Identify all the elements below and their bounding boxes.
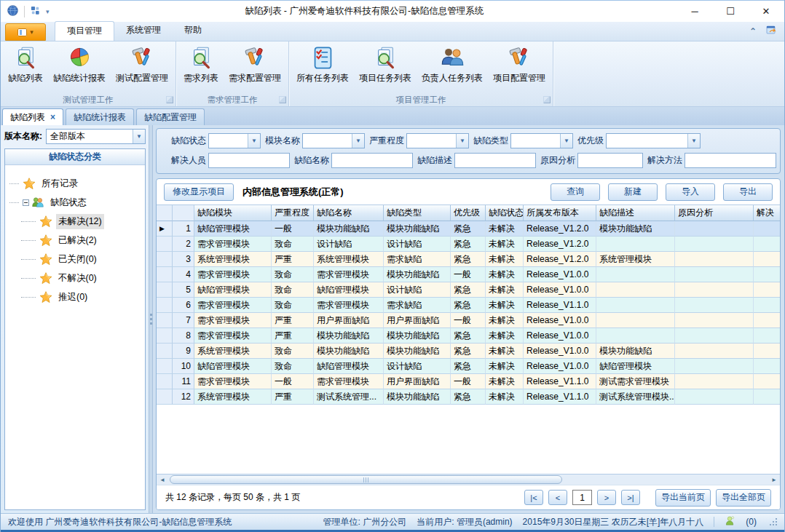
table-row[interactable]: 7需求管理模块严重用户界面缺陷用户界面缺陷一般未解决Release_V1.0.0 — [157, 313, 780, 328]
table-cell[interactable]: 紧急 — [451, 359, 486, 374]
ribbon-button[interactable]: 负责人任务列表 — [417, 44, 488, 84]
window-style-icon[interactable] — [765, 24, 777, 38]
table-cell[interactable]: 一般 — [451, 267, 486, 282]
ribbon-tab-项目管理[interactable]: 项目管理 — [55, 21, 114, 41]
filter-combo-模块名称[interactable]: ▼ — [302, 133, 365, 148]
table-cell[interactable] — [675, 282, 754, 298]
tree-item[interactable]: 缺陷状态 — [9, 193, 142, 212]
table-cell[interactable] — [754, 328, 780, 344]
scroll-left-icon[interactable]: ◄ — [157, 475, 167, 484]
minimize-button[interactable]: ─ — [679, 2, 710, 21]
ribbon-tab-系统管理[interactable]: 系统管理 — [114, 21, 173, 41]
table-cell[interactable] — [754, 344, 780, 359]
chevron-down-icon[interactable]: ▼ — [352, 134, 364, 148]
table-cell[interactable]: 一般 — [451, 374, 486, 389]
dialog-launcher-icon[interactable] — [166, 96, 173, 103]
table-cell[interactable] — [675, 313, 754, 328]
table-cell[interactable]: Release_V1.0.0 — [524, 359, 596, 374]
ribbon-button[interactable]: 缺陷统计报表 — [48, 44, 111, 84]
chevron-down-icon[interactable]: ▼ — [456, 134, 468, 148]
doc-tab-缺陷配置管理[interactable]: 缺陷配置管理 — [136, 108, 205, 125]
table-cell[interactable]: Release_V1.2.0 — [524, 252, 596, 267]
filter-input-缺陷名称[interactable] — [331, 153, 413, 168]
last-page-button[interactable]: >| — [621, 490, 640, 505]
prev-page-button[interactable]: < — [548, 490, 567, 505]
doc-tab-缺陷列表[interactable]: 缺陷列表× — [2, 108, 63, 125]
table-cell[interactable]: 未解决 — [486, 237, 524, 252]
dialog-launcher-icon[interactable] — [543, 96, 551, 103]
table-cell[interactable] — [675, 237, 754, 252]
table-cell[interactable] — [675, 344, 754, 359]
collapse-ribbon-icon[interactable]: ⌃ — [749, 28, 757, 34]
table-cell[interactable]: 模块功能缺陷 — [314, 344, 384, 359]
table-cell[interactable]: 需求管理模块 — [194, 374, 272, 389]
ribbon-button[interactable]: 缺陷列表 — [3, 44, 48, 84]
table-cell[interactable]: Release_V1.0.0 — [524, 282, 596, 298]
table-cell[interactable]: 严重 — [272, 328, 314, 344]
quick-access-icon[interactable] — [30, 5, 41, 18]
table-cell[interactable]: 模块功能缺陷 — [314, 328, 384, 344]
table-cell[interactable] — [675, 221, 754, 237]
table-cell[interactable]: 致命 — [272, 282, 314, 298]
table-cell[interactable] — [596, 267, 675, 282]
table-cell[interactable]: 缺陷管理模块 — [194, 221, 272, 237]
table-cell[interactable] — [754, 389, 780, 405]
table-row[interactable]: 3系统管理模块严重系统管理模块需求缺陷紧急未解决Release_V1.2.0系统… — [157, 252, 780, 267]
table-cell[interactable] — [596, 328, 675, 344]
table-row[interactable]: 2需求管理模块致命设计缺陷设计缺陷紧急未解决Release_V1.2.0 — [157, 237, 780, 252]
table-cell[interactable] — [675, 389, 754, 405]
scrollbar-thumb[interactable] — [170, 475, 562, 484]
tree-item[interactable]: 不解决(0) — [9, 269, 142, 287]
table-cell[interactable]: 缺陷管理模块 — [314, 359, 384, 374]
filter-combo-缺陷类型[interactable]: ▼ — [510, 133, 573, 148]
tree-item[interactable]: 所有记录 — [9, 174, 142, 193]
table-cell[interactable]: 致命 — [272, 344, 314, 359]
table-cell[interactable]: 测试需求管理模块 — [596, 374, 675, 389]
version-select[interactable]: 全部版本 ▼ — [46, 129, 146, 144]
table-cell[interactable]: Release_V1.0.0 — [524, 328, 596, 344]
table-cell[interactable]: 未解决 — [486, 298, 524, 313]
table-cell[interactable]: Release_V1.2.0 — [524, 221, 596, 237]
table-cell[interactable]: 用户界面缺陷 — [384, 313, 451, 328]
toolbar-button-查询[interactable]: 查询 — [551, 183, 600, 201]
table-cell[interactable]: 设计缺陷 — [384, 237, 451, 252]
table-cell[interactable]: 紧急 — [451, 298, 486, 313]
table-cell[interactable]: 缺陷管理模块 — [314, 282, 384, 298]
table-cell[interactable]: 未解决 — [486, 221, 524, 237]
table-cell[interactable]: 需求缺陷 — [384, 298, 451, 313]
table-cell[interactable]: 紧急 — [451, 252, 486, 267]
table-cell[interactable] — [754, 359, 780, 374]
table-cell[interactable] — [596, 282, 675, 298]
ribbon-button[interactable]: 需求列表 — [178, 44, 224, 84]
table-row[interactable]: 5缺陷管理模块致命缺陷管理模块设计缺陷紧急未解决Release_V1.0.0 — [157, 282, 780, 298]
filter-combo-严重程度[interactable]: ▼ — [406, 133, 469, 148]
tree-item[interactable]: 未解决(12) — [9, 212, 142, 231]
table-row[interactable]: 4需求管理模块致命需求管理模块模块功能缺陷一般未解决Release_V1.0.0 — [157, 267, 780, 282]
table-cell[interactable]: 需求管理模块 — [194, 298, 272, 313]
table-cell[interactable] — [675, 374, 754, 389]
table-cell[interactable]: 一般 — [272, 221, 314, 237]
table-cell[interactable]: Release_V1.1.0 — [524, 298, 596, 313]
column-header[interactable]: 缺陷状态 — [486, 205, 524, 221]
table-cell[interactable]: 严重 — [272, 252, 314, 267]
table-cell[interactable] — [596, 313, 675, 328]
table-cell[interactable]: Release_V1.0.0 — [524, 267, 596, 282]
table-cell[interactable] — [754, 374, 780, 389]
table-cell[interactable]: 未解决 — [486, 328, 524, 344]
table-cell[interactable]: 需求管理模块 — [314, 374, 384, 389]
table-cell[interactable]: 系统管理模块 — [194, 252, 272, 267]
filter-combo-优先级[interactable]: ▼ — [606, 133, 701, 148]
filter-input-缺陷描述[interactable] — [454, 153, 536, 168]
table-row[interactable]: 12系统管理模块严重测试系统管理...模块功能缺陷紧急未解决Release_V1… — [157, 389, 780, 405]
table-cell[interactable] — [675, 267, 754, 282]
table-cell[interactable] — [675, 359, 754, 374]
ribbon-button[interactable]: 项目配置管理 — [488, 44, 551, 84]
table-cell[interactable]: 模块功能缺陷 — [384, 389, 451, 405]
ribbon-button[interactable]: 所有任务列表 — [291, 44, 354, 84]
table-cell[interactable]: 致命 — [272, 267, 314, 282]
column-header[interactable]: 优先级 — [451, 205, 486, 221]
table-cell[interactable]: 一般 — [272, 374, 314, 389]
table-cell[interactable]: 严重 — [272, 389, 314, 405]
modify-columns-button[interactable]: 修改显示项目 — [164, 183, 234, 201]
table-cell[interactable] — [596, 237, 675, 252]
